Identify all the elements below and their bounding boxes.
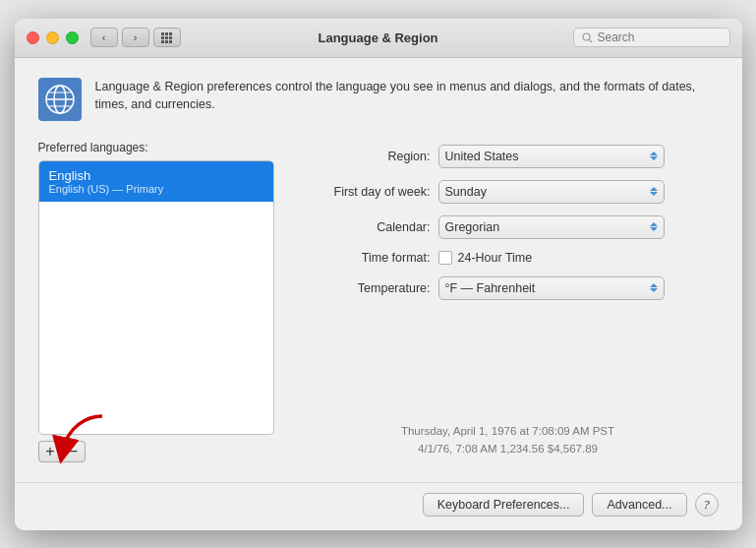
right-panel: Region: United States First: [298, 141, 719, 462]
maximize-button[interactable]: [66, 31, 79, 44]
forward-button[interactable]: ›: [122, 28, 149, 47]
advanced-button[interactable]: Advanced...: [592, 493, 686, 517]
minimize-button[interactable]: [46, 31, 59, 44]
list-actions: + −: [38, 441, 274, 462]
region-label: Region:: [298, 150, 431, 163]
traffic-lights: [27, 31, 79, 44]
close-button[interactable]: [27, 31, 39, 44]
settings-grid: Region: United States First: [298, 145, 719, 300]
svg-line-1: [589, 39, 592, 42]
main-area: Preferred languages: English English (US…: [38, 141, 719, 462]
chevron-icon: [650, 152, 658, 160]
add-language-button[interactable]: +: [38, 441, 62, 462]
temperature-select[interactable]: °F — Fahrenheit: [438, 276, 665, 300]
language-name: English: [49, 168, 263, 183]
calendar-label: Calendar:: [298, 220, 431, 234]
first-day-select[interactable]: Sunday: [438, 180, 665, 204]
remove-language-button[interactable]: −: [62, 441, 86, 462]
globe-icon: [38, 78, 82, 121]
search-box[interactable]: [573, 28, 730, 47]
chevron-icon: [650, 283, 658, 292]
nav-buttons: ‹ ›: [90, 28, 149, 47]
temperature-row: Temperature: °F — Fahrenheit: [298, 276, 719, 300]
chevron-icon: [650, 222, 658, 231]
24-hour-checkbox[interactable]: [438, 251, 452, 265]
grid-icon: [161, 32, 172, 43]
grid-button[interactable]: [153, 28, 181, 47]
time-format-checkbox-row: 24-Hour Time: [438, 251, 533, 265]
panel-label: Preferred languages:: [38, 141, 274, 154]
description-row: Language & Region preferences control th…: [38, 78, 719, 121]
24-hour-label: 24-Hour Time: [458, 251, 533, 265]
temperature-label: Temperature:: [298, 281, 431, 295]
calendar-value: Gregorian: [445, 220, 500, 234]
first-day-row: First day of week: Sunday: [298, 180, 719, 204]
search-icon: [582, 32, 593, 43]
first-day-value: Sunday: [445, 185, 487, 199]
calendar-row: Calendar: Gregorian: [298, 215, 719, 239]
description-text: Language & Region preferences control th…: [95, 78, 719, 115]
time-format-label: Time format:: [298, 251, 431, 265]
titlebar: ‹ › Language & Region: [15, 19, 742, 58]
region-row: Region: United States: [298, 145, 719, 168]
first-day-label: First day of week:: [298, 185, 431, 199]
bottom-bar: Keyboard Preferences... Advanced... ?: [15, 482, 742, 530]
preview-line2: 4/1/76, 7:08 AM 1,234.56 $4,567.89: [298, 440, 719, 457]
list-item[interactable]: English English (US) — Primary: [39, 161, 273, 202]
keyboard-preferences-button[interactable]: Keyboard Preferences...: [423, 493, 585, 517]
back-button[interactable]: ‹: [90, 28, 118, 47]
calendar-select[interactable]: Gregorian: [438, 215, 665, 239]
chevron-icon: [650, 187, 658, 196]
preview-area: Thursday, April 1, 1976 at 7:08:09 AM PS…: [298, 422, 719, 458]
languages-list: English English (US) — Primary: [38, 160, 274, 435]
temperature-value: °F — Fahrenheit: [445, 281, 536, 295]
svg-point-0: [583, 33, 590, 40]
window-title: Language & Region: [318, 30, 437, 45]
language-sub: English (US) — Primary: [49, 183, 263, 195]
region-value: United States: [445, 150, 519, 163]
help-button[interactable]: ?: [695, 493, 719, 517]
search-input[interactable]: [598, 30, 722, 44]
left-panel: Preferred languages: English English (US…: [38, 141, 274, 462]
time-format-row: Time format: 24-Hour Time: [298, 251, 719, 265]
region-select[interactable]: United States: [438, 145, 665, 168]
preview-line1: Thursday, April 1, 1976 at 7:08:09 AM PS…: [298, 422, 719, 440]
content-area: Language & Region preferences control th…: [15, 58, 742, 482]
language-region-window: ‹ › Language & Region: [15, 19, 742, 530]
